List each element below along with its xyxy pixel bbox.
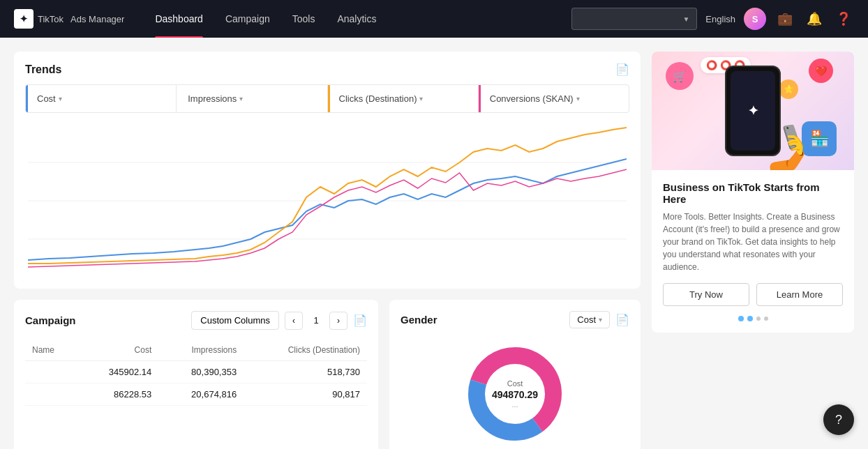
trends-header: Trends 📄 <box>25 63 629 76</box>
next-page-button[interactable]: › <box>329 312 347 330</box>
nav-analytics[interactable]: Analytics <box>327 0 386 38</box>
row-clicks: 90,817 <box>244 383 367 406</box>
chevron-icon: ▾ <box>239 95 243 102</box>
deco-cart-bubble: 🛒 <box>666 62 694 90</box>
campaign-title: Campaign <box>25 314 76 326</box>
deco-star-bubble: ⭐ <box>779 79 798 99</box>
col-cost: Cost <box>77 340 159 361</box>
campaign-export-icon[interactable]: 📄 <box>353 314 367 327</box>
nav-links: Dashboard Campaign Tools Analytics <box>145 0 571 38</box>
help-circle-icon[interactable]: ❓ <box>833 8 854 29</box>
campaign-header: Campaign Custom Columns ‹ 1 › 📄 <box>25 311 367 330</box>
gender-export-icon[interactable]: 📄 <box>615 313 629 326</box>
table-row: 86228.53 20,674,816 90,817 <box>25 383 367 406</box>
chevron-down-icon: ▼ <box>682 15 689 23</box>
metric-cards: Cost ▾ Impressions ▾ Clicks (Destination… <box>25 84 629 113</box>
gender-header: Gender Cost ▾ 📄 <box>401 311 629 328</box>
col-impressions: Impressions <box>158 340 244 361</box>
learn-more-button[interactable]: Learn More <box>756 283 843 306</box>
metric-conversions-label: Conversions (SKAN) ▾ <box>490 93 618 104</box>
nav-dashboard[interactable]: Dashboard <box>145 0 213 38</box>
page-number: 1 <box>307 312 325 330</box>
metric-impressions[interactable]: Impressions ▾ <box>177 85 327 112</box>
custom-columns-button[interactable]: Custom Columns <box>191 311 279 330</box>
metric-impressions-label: Impressions ▾ <box>188 93 315 104</box>
trends-export-icon[interactable]: 📄 <box>615 63 629 76</box>
dot-1[interactable] <box>738 316 744 321</box>
row-name <box>25 383 77 406</box>
gender-card: Gender Cost ▾ 📄 <box>389 300 641 449</box>
campaign-card: Campaign Custom Columns ‹ 1 › 📄 <box>14 300 378 449</box>
phone-mockup: ✦ <box>725 66 781 156</box>
campaign-controls: Custom Columns ‹ 1 › 📄 <box>191 311 367 330</box>
try-now-button[interactable]: Try Now <box>663 283 749 306</box>
briefcase-icon[interactable]: 💼 <box>775 8 795 29</box>
gender-controls: Cost ▾ 📄 <box>569 311 629 328</box>
tiktok-phone-logo: ✦ <box>748 103 758 119</box>
help-button[interactable]: ? <box>823 404 854 435</box>
table-header-row: Name Cost Impressions Clicks (Destinatio… <box>25 340 367 361</box>
metric-cost[interactable]: Cost ▾ <box>26 85 177 112</box>
prev-page-button[interactable]: ‹ <box>285 312 303 330</box>
account-search[interactable]: ▼ <box>571 8 697 30</box>
logo-text: TikTok <box>38 14 63 24</box>
dot-4[interactable] <box>764 317 768 321</box>
right-panel: 🛒 ❤️ 🏪 ⭐ ✦ 🤳 ⭕⭕⭕ Business on TikTok <box>652 52 854 449</box>
donut-label: Cost <box>492 379 538 388</box>
notification-icon[interactable]: 🔔 <box>804 8 825 29</box>
dot-2[interactable] <box>747 316 753 321</box>
trends-card: Trends 📄 Cost ▾ Impressions ▾ <box>14 52 641 289</box>
deco-heart-bubble: ❤️ <box>809 59 833 83</box>
row-cost: 86228.53 <box>77 383 159 406</box>
nav-tools[interactable]: Tools <box>283 0 325 38</box>
promo-buttons: Try Now Learn More <box>663 283 843 306</box>
promo-content: Business on TikTok Starts from Here More… <box>652 170 854 333</box>
top-navigation: ✦ TikTokAds Manager Dashboard Campaign T… <box>0 0 868 38</box>
language-selector[interactable]: English <box>705 14 735 24</box>
brand-logo[interactable]: ✦ TikTokAds Manager <box>14 9 124 29</box>
donut-chart-container: Cost 494870.29 ... <box>401 338 629 449</box>
row-impressions: 80,390,353 <box>158 361 244 383</box>
promo-image: 🛒 ❤️ 🏪 ⭐ ✦ 🤳 ⭕⭕⭕ <box>652 52 854 170</box>
dot-3[interactable] <box>756 317 761 321</box>
table-row: 345902.14 80,390,353 518,730 <box>25 361 367 383</box>
metric-conversions[interactable]: Conversions (SKAN) ▾ <box>479 85 629 112</box>
row-clicks: 518,730 <box>244 361 367 383</box>
bottom-section: Campaign Custom Columns ‹ 1 › 📄 <box>14 300 641 449</box>
gender-metric-select[interactable]: Cost ▾ <box>569 311 610 328</box>
chevron-icon: ▾ <box>59 95 62 102</box>
tiktok-icon: ✦ <box>14 9 33 29</box>
donut-sub: ... <box>492 400 538 409</box>
row-impressions: 20,674,816 <box>158 383 244 406</box>
gender-title: Gender <box>401 314 437 326</box>
carousel-dots <box>663 316 843 321</box>
row-name <box>25 361 77 383</box>
promo-title: Business on TikTok Starts from Here <box>663 181 843 205</box>
chevron-icon: ▾ <box>419 95 423 102</box>
trends-title: Trends <box>25 63 61 76</box>
metric-cost-label: Cost ▾ <box>37 93 165 104</box>
donut-center-info: Cost 494870.29 ... <box>492 379 538 409</box>
donut-value: 494870.29 <box>492 389 538 400</box>
metric-clicks[interactable]: Clicks (Destination) ▾ <box>328 85 479 112</box>
logo-sub: Ads Manager <box>70 14 124 24</box>
trend-chart <box>25 124 629 277</box>
pagination: ‹ 1 › <box>285 312 347 330</box>
col-clicks: Clicks (Destination) <box>244 340 367 361</box>
chevron-down-icon: ▾ <box>599 316 602 324</box>
metric-clicks-label: Clicks (Destination) ▾ <box>339 93 467 104</box>
chevron-icon: ▾ <box>576 95 580 102</box>
trend-chart-svg <box>28 124 627 277</box>
row-cost: 345902.14 <box>77 361 159 383</box>
nav-right-actions: ▼ English S 💼 🔔 ❓ <box>571 8 854 30</box>
promo-desc: More Tools. Better Insights. Create a Bu… <box>663 211 843 273</box>
avatar[interactable]: S <box>744 8 766 30</box>
left-panel: Trends 📄 Cost ▾ Impressions ▾ <box>14 52 641 449</box>
cost-label: Cost <box>577 314 596 325</box>
campaign-table: Name Cost Impressions Clicks (Destinatio… <box>25 340 367 406</box>
phone-screen: ✦ <box>731 71 775 151</box>
donut-chart: Cost 494870.29 ... <box>459 338 571 449</box>
col-name: Name <box>25 340 77 361</box>
nav-campaign[interactable]: Campaign <box>216 0 280 38</box>
main-content: Trends 📄 Cost ▾ Impressions ▾ <box>0 38 868 449</box>
